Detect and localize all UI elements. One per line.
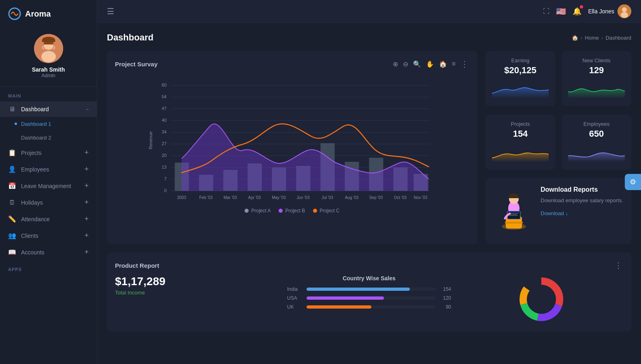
sidebar-item-leave[interactable]: 📅 Leave Management + [0, 178, 97, 194]
sidebar-item-attendance[interactable]: ✏️ Attendance + [0, 211, 97, 227]
country-sales-title: Country Wise Sales [287, 275, 451, 281]
country-row-india: India 154 [287, 286, 451, 292]
country-sales: Country Wise Sales India 154 USA 120 [287, 275, 451, 324]
svg-text:Nov '03: Nov '03 [414, 195, 428, 200]
uk-progress-fill [307, 305, 371, 309]
country-usa: USA [287, 295, 303, 301]
zoom-in-icon[interactable]: ⊕ [392, 59, 399, 69]
svg-text:40: 40 [162, 118, 166, 123]
svg-text:0: 0 [164, 188, 166, 193]
holidays-icon: 🗓 [8, 199, 16, 206]
india-progress-bar [307, 288, 436, 291]
employees-stat-value: 650 [568, 129, 625, 139]
projects-card: Projects 154 [486, 114, 555, 170]
attendance-add-icon[interactable]: + [84, 215, 89, 223]
clients-icon: 👥 [8, 232, 16, 239]
svg-point-9 [621, 12, 628, 18]
svg-text:Oct '03: Oct '03 [394, 195, 407, 200]
settings-icon: ⚙ [630, 178, 636, 186]
sidebar-item-dashboard1[interactable]: Dashboard 1 [0, 117, 97, 131]
accounts-label: Accounts [21, 249, 45, 256]
hamburger-icon[interactable]: ☰ [107, 6, 114, 16]
sidebar-item-holidays[interactable]: 🗓 Holidays + [0, 194, 97, 211]
legend-project-c: Project C [313, 208, 339, 214]
country-row-uk: UK 90 [287, 304, 451, 310]
home-chart-icon[interactable]: 🏠 [438, 59, 448, 69]
download-title: Download Reports [541, 186, 623, 193]
svg-text:Revenue: Revenue [148, 131, 153, 149]
svg-text:Aug '03: Aug '03 [345, 195, 359, 200]
sidebar-logo: Aroma [0, 0, 97, 28]
holidays-label: Holidays [21, 199, 43, 206]
svg-text:34: 34 [162, 129, 166, 134]
sidebar-item-accounts[interactable]: 📖 Accounts + [0, 244, 97, 260]
zoom-out-icon[interactable]: ⊖ [402, 59, 409, 69]
dashboard1-label: Dashboard 1 [21, 121, 51, 127]
country-row-usa: USA 120 [287, 295, 451, 301]
legend-project-a: Project A [245, 208, 270, 214]
download-link[interactable]: Download ↓ [541, 210, 568, 216]
download-content: Download Reports Download employee salar… [541, 186, 623, 217]
uk-progress-bar [307, 305, 436, 309]
fullscreen-icon[interactable]: ⛶ [543, 8, 549, 15]
projects-label: Projects [21, 150, 42, 156]
projects-stat-title: Projects [492, 121, 549, 127]
stats-panel: Earning $20,125 [486, 51, 631, 244]
new-clients-value: 129 [568, 65, 625, 76]
product-total: $1,17,289 Total Income [115, 275, 279, 324]
donut-chart-container [459, 275, 623, 324]
holidays-add-icon[interactable]: + [84, 198, 89, 207]
topbar-username: Ella Jones [588, 8, 614, 15]
dashboard-label: Dashboard [21, 106, 49, 112]
svg-point-3 [41, 51, 56, 62]
sidebar-item-clients[interactable]: 👥 Clients + [0, 227, 97, 244]
clients-label: Clients [21, 233, 38, 239]
avatar [34, 34, 63, 63]
sidebar-item-dashboard2[interactable]: Dashboard 2 [0, 131, 97, 144]
svg-text:Sep '03: Sep '03 [369, 195, 383, 200]
usa-value: 120 [439, 295, 451, 301]
legend-dot-c [313, 209, 317, 213]
download-description: Download employee salary reports. [541, 197, 623, 205]
sidebar-profile: Sarah Smith Admin [0, 28, 97, 87]
breadcrumb-home-link[interactable]: Home [585, 35, 599, 41]
earning-title: Earning [492, 57, 549, 63]
breadcrumb-home-icon[interactable]: 🏠 [572, 35, 578, 41]
projects-add-icon[interactable]: + [84, 148, 89, 157]
clients-add-icon[interactable]: + [84, 231, 89, 240]
flag-icon[interactable]: 🇺🇸 [556, 6, 566, 16]
svg-text:Jul '03: Jul '03 [322, 195, 333, 200]
sidebar-item-dashboard[interactable]: 🖥 Dashboard − [0, 102, 97, 117]
breadcrumb-current: Dashboard [605, 35, 631, 41]
product-report-menu[interactable]: ⋮ [614, 260, 623, 270]
accounts-add-icon[interactable]: + [84, 248, 89, 256]
settings-fab[interactable]: ⚙ [625, 174, 641, 190]
legend-dot-b [279, 209, 283, 213]
india-value: 154 [439, 286, 451, 292]
dashboard2-label: Dashboard 2 [21, 135, 51, 141]
project-survey-menu[interactable]: ⋮ [460, 59, 469, 69]
legend-dot-a [245, 209, 249, 213]
employees-label: Employees [21, 166, 49, 173]
leave-label: Leave Management [21, 183, 71, 189]
pan-icon[interactable]: ✋ [425, 59, 435, 69]
svg-point-5 [50, 46, 52, 49]
notification-badge [580, 5, 583, 8]
sidebar-item-employees[interactable]: 👤 Employees + [0, 161, 97, 178]
svg-text:60: 60 [162, 83, 166, 87]
menu-chart-icon[interactable]: ≡ [451, 59, 456, 68]
svg-point-8 [622, 7, 627, 12]
leave-add-icon[interactable]: + [84, 182, 89, 190]
employees-add-icon[interactable]: + [84, 165, 89, 174]
search-chart-icon[interactable]: 🔍 [412, 59, 422, 69]
dashboard-grid: Project Survay ⊕ ⊖ 🔍 ✋ 🏠 ≡ ⋮ [107, 51, 631, 244]
product-report-card: Product Report ⋮ $1,17,289 Total Income … [107, 252, 631, 332]
notification-bell[interactable]: 🔔 [573, 7, 581, 16]
total-label: Total Income [115, 290, 279, 296]
svg-text:47: 47 [162, 106, 166, 111]
svg-text:2003: 2003 [177, 195, 186, 200]
sidebar-item-projects[interactable]: 📋 Projects + [0, 144, 97, 161]
user-menu[interactable]: Ella Jones [588, 4, 631, 18]
usa-progress-fill [307, 296, 384, 300]
legend-label-c: Project C [319, 208, 339, 214]
